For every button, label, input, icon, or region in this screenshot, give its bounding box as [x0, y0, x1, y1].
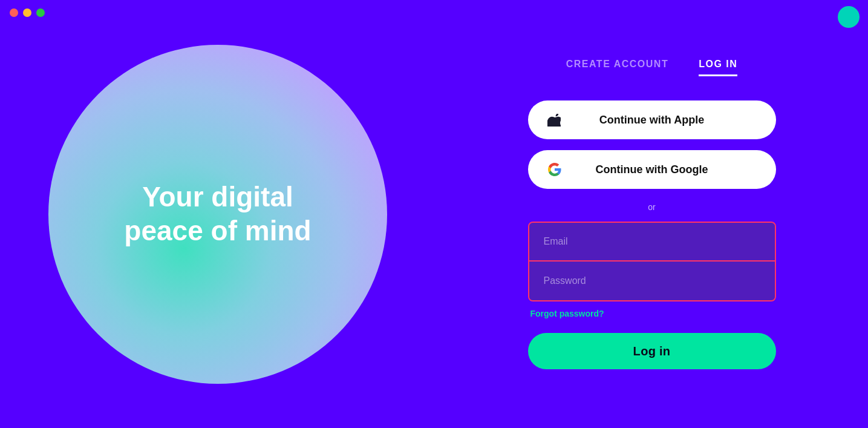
- inputs-wrapper: [528, 222, 776, 301]
- google-btn-label: Continue with Google: [596, 163, 708, 176]
- login-button[interactable]: Log in: [528, 333, 776, 369]
- right-panel: CREATE ACCOUNT LOG IN Continue with Appl…: [436, 0, 868, 428]
- close-button[interactable]: [10, 8, 18, 17]
- hero-line1: Your digital: [142, 181, 293, 212]
- window-controls: [10, 8, 45, 17]
- auth-form: Continue with Apple Continue with Google…: [528, 100, 776, 369]
- password-field[interactable]: [529, 262, 775, 300]
- avatar[interactable]: [838, 6, 860, 28]
- maximize-button[interactable]: [36, 8, 45, 17]
- forgot-password-link[interactable]: Forgot password?: [530, 309, 604, 318]
- tab-create-account[interactable]: CREATE ACCOUNT: [566, 59, 668, 76]
- google-icon: [547, 162, 562, 177]
- apple-icon: [547, 113, 561, 127]
- left-panel: Your digital peace of mind: [0, 0, 436, 428]
- hero-line2: peace of mind: [124, 215, 311, 246]
- apple-btn-label: Continue with Apple: [599, 114, 704, 127]
- auth-tabs: CREATE ACCOUNT LOG IN: [566, 59, 738, 76]
- tab-login[interactable]: LOG IN: [699, 59, 737, 76]
- hero-text: Your digital peace of mind: [124, 180, 311, 247]
- email-field[interactable]: [529, 223, 775, 262]
- divider-text: or: [648, 202, 655, 212]
- continue-with-apple-button[interactable]: Continue with Apple: [528, 100, 776, 139]
- hero-circle: Your digital peace of mind: [48, 45, 387, 384]
- continue-with-google-button[interactable]: Continue with Google: [528, 150, 776, 189]
- minimize-button[interactable]: [23, 8, 31, 17]
